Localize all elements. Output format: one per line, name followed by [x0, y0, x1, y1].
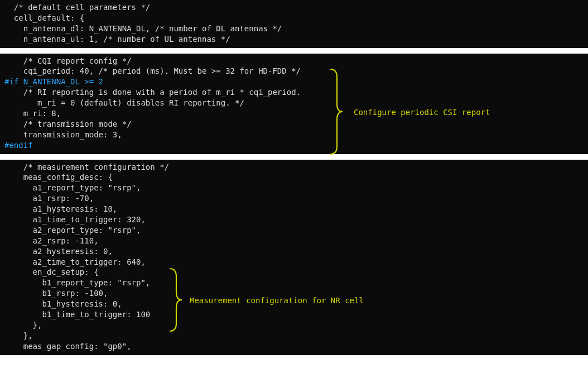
code-line: },: [0, 320, 588, 331]
code-line: a1_hysteresis: 10,: [0, 204, 588, 214]
code-block-1: /* default cell parameters */ cell_defau…: [0, 0, 588, 48]
code-line: a1_rsrp: -70,: [0, 193, 588, 204]
code-line: /* CQI report config */: [0, 56, 588, 66]
block-separator: [0, 154, 588, 160]
code-line: },: [0, 331, 588, 341]
code-line-preproc: #endif: [0, 140, 588, 151]
code-line: /* RI reporting is done with a period of…: [0, 87, 588, 98]
code-line: cqi_period: 40, /* period (ms). Must be …: [0, 66, 588, 77]
code-line: a2_hysteresis: 0,: [0, 246, 588, 257]
code-line: a2_rsrp: -110,: [0, 236, 588, 246]
annotation-csi: Configure periodic CSI report: [354, 107, 490, 118]
code-line: transmission_mode: 3,: [0, 130, 588, 140]
code-line: m_ri: 8,: [0, 108, 588, 119]
code-line: n_antenna_dl: N_ANTENNA_DL, /* number of…: [0, 23, 588, 34]
code-line: m_ri = 0 (default) disables RI reporting…: [0, 98, 588, 108]
code-line: cell_default: {: [0, 13, 588, 23]
code-line: /* transmission mode */: [0, 119, 588, 130]
code-line: b1_report_type: "rsrp",: [0, 278, 588, 288]
code-line: /* measurement configuration */: [0, 162, 588, 173]
code-line-preproc: #if N_ANTENNA_DL >= 2: [0, 77, 588, 87]
code-line: /* default cell parameters */: [0, 2, 588, 13]
code-line: en_dc_setup: {: [0, 267, 588, 278]
code-line: a1_time_to_trigger: 320,: [0, 214, 588, 225]
annotation-meas: Measurement configuration for NR cell: [190, 295, 364, 306]
code-line: b1_time_to_trigger: 100: [0, 309, 588, 320]
code-line: a2_report_type: "rsrp",: [0, 225, 588, 236]
code-line: a2_time_to_trigger: 640,: [0, 257, 588, 267]
brace-icon: [329, 69, 343, 154]
code-block-3: /* measurement configuration */ meas_con…: [0, 160, 588, 355]
code-block-2: /* CQI report config */ cqi_period: 40, …: [0, 54, 588, 154]
code-line: n_antenna_ul: 1, /* number of UL antenna…: [0, 34, 588, 45]
code-line: meas_config_desc: {: [0, 172, 588, 183]
block-separator: [0, 48, 588, 54]
brace-icon: [168, 269, 182, 331]
code-line: meas_gap_config: "gp0",: [0, 341, 588, 352]
code-line: a1_report_type: "rsrp",: [0, 183, 588, 193]
